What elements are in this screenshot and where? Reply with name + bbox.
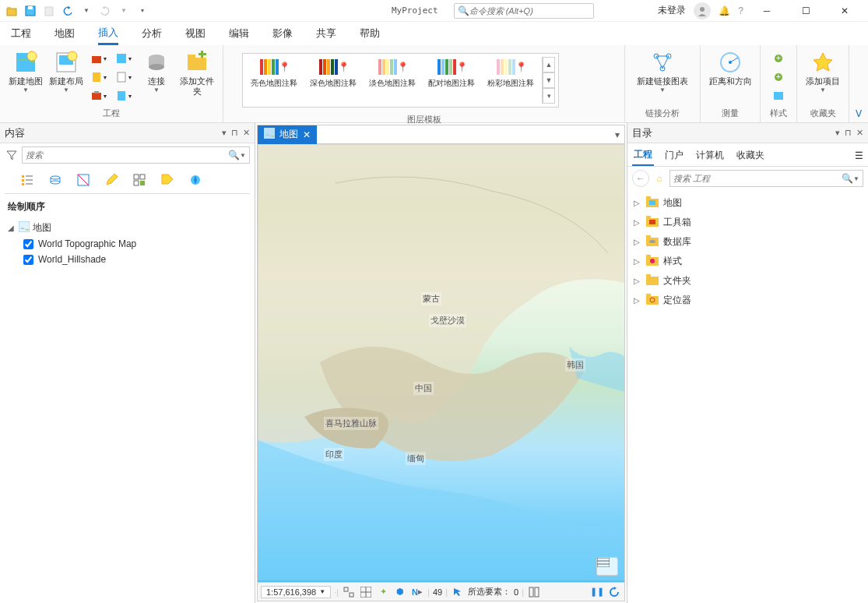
list-by-perspective-icon[interactable] <box>187 171 204 189</box>
tab-imagery[interactable]: 影像 <box>272 23 293 44</box>
home-icon[interactable]: ⌂ <box>652 173 666 184</box>
collapse-icon[interactable]: ◢ <box>8 224 16 232</box>
catalog-menu-icon[interactable]: ☰ <box>855 150 863 161</box>
task-small-button[interactable]: ▼ <box>89 87 109 104</box>
layer-item-hillshade[interactable]: World_Hillshade <box>23 252 247 267</box>
search-icon[interactable]: 🔍 <box>842 173 853 184</box>
catalog-item-toolboxes[interactable]: ▷工具箱 <box>632 213 863 232</box>
filter-icon[interactable] <box>5 148 19 162</box>
qat-open-icon[interactable] <box>5 4 19 18</box>
panel-options-icon[interactable]: ▾ <box>222 128 227 138</box>
list-by-source-icon[interactable] <box>47 171 64 189</box>
new-link-chart-button[interactable]: 新建链接图表 ▼ <box>631 48 694 95</box>
command-search-box[interactable]: 🔍 <box>454 3 594 19</box>
list-by-drawing-order-icon[interactable] <box>19 171 36 189</box>
tab-share[interactable]: 共享 <box>316 23 336 44</box>
add-folder-button[interactable]: 添加文件夹 <box>177 48 216 98</box>
panel-close-icon[interactable]: ✕ <box>856 128 863 138</box>
qat-redo-icon[interactable] <box>98 4 112 18</box>
gallery-scroll-down[interactable]: ▼ <box>543 72 555 88</box>
panel-pin-icon[interactable]: ⊓ <box>845 128 852 138</box>
basemap-button[interactable] <box>596 557 618 576</box>
catalog-tab-computer[interactable]: 计算机 <box>694 146 726 165</box>
snapping-icon[interactable] <box>342 585 356 599</box>
catalog-item-maps[interactable]: ▷地图 <box>632 193 863 213</box>
qat-redo-dropdown[interactable]: ▼ <box>117 4 131 18</box>
import-small-button[interactable]: ▼ <box>114 50 134 67</box>
catalog-item-folders[interactable]: ▷文件夹 <box>632 271 863 291</box>
qat-save-icon[interactable] <box>23 4 37 18</box>
help-icon[interactable]: ? <box>738 5 743 16</box>
new-layout-button[interactable]: 新建布局 ▼ <box>47 48 86 95</box>
tree-root-map[interactable]: ◢ 地图 <box>8 220 247 236</box>
constraint-icon[interactable]: ⬢ <box>393 585 407 599</box>
maximize-button[interactable]: ☐ <box>790 0 821 22</box>
tab-view[interactable]: 视图 <box>185 23 206 44</box>
list-by-editing-icon[interactable] <box>103 171 120 189</box>
tab-insert[interactable]: 插入 <box>98 23 118 45</box>
style-add-button[interactable]: + <box>768 50 789 67</box>
distance-direction-button[interactable]: 距离和方向 <box>707 48 754 88</box>
expand-icon[interactable]: ▷ <box>634 257 641 266</box>
layer-checkbox-topo[interactable] <box>23 239 33 249</box>
map-tab-close-icon[interactable]: ✕ <box>303 129 311 140</box>
list-by-snapping-icon[interactable] <box>131 171 148 189</box>
qat-undo-dropdown[interactable]: ▼ <box>79 4 93 18</box>
pause-drawing-icon[interactable]: ❚❚ <box>590 585 604 599</box>
catalog-view-icon[interactable] <box>527 585 541 599</box>
tab-project[interactable]: 工程 <box>11 23 31 44</box>
gallery-item-light[interactable]: 📍 淡色地图注释 <box>364 57 420 104</box>
list-by-labeling-icon[interactable] <box>159 171 176 189</box>
connections-button[interactable]: 连接 ▼ <box>137 48 176 95</box>
panel-options-icon[interactable]: ▾ <box>835 128 840 138</box>
tab-map[interactable]: 地图 <box>54 23 75 44</box>
login-status[interactable]: 未登录 <box>658 4 686 17</box>
catalog-item-locators[interactable]: ▷定位器 <box>632 291 863 310</box>
style-import-button[interactable]: + <box>768 69 789 86</box>
catalog-tab-favorites[interactable]: 收藏夹 <box>735 146 766 165</box>
panel-pin-icon[interactable]: ⊓ <box>231 128 238 138</box>
scale-input[interactable]: 1:57,616,398 ▼ <box>261 586 331 598</box>
expand-icon[interactable]: ▷ <box>634 296 641 305</box>
layer-item-topo[interactable]: World Topographic Map <box>23 236 247 252</box>
refresh-icon[interactable] <box>607 585 621 599</box>
gallery-item-pastel[interactable]: 📍 粉彩地图注释 <box>483 57 539 104</box>
inference-icon[interactable]: N▸ <box>410 585 424 599</box>
expand-icon[interactable]: ▷ <box>634 218 641 227</box>
content-search-input[interactable] <box>26 150 228 160</box>
qat-customize-dropdown[interactable]: ▾ <box>135 4 149 18</box>
map-tab[interactable]: 地图 ✕ <box>258 125 317 144</box>
close-button[interactable]: ✕ <box>829 0 860 22</box>
gallery-item-dark[interactable]: 📍 深色地图注释 <box>305 57 361 104</box>
search-icon[interactable]: 🔍 <box>228 150 240 160</box>
layer-checkbox-hillshade[interactable] <box>23 255 33 265</box>
toolbox-small-button[interactable]: ▼ <box>89 50 109 67</box>
new-map-button[interactable]: 新建地图 ▼ <box>6 48 45 95</box>
map-canvas[interactable]: 蒙古 戈壁沙漠 中国 喜马拉雅山脉 印度 缅甸 韩国 <box>258 144 624 582</box>
qat-undo-icon[interactable] <box>61 4 75 18</box>
gallery-expand[interactable]: ▾ <box>543 88 555 104</box>
search-dropdown-icon[interactable]: ▼ <box>853 175 859 182</box>
add-item-button[interactable]: 添加项目 ▼ <box>803 48 842 95</box>
nav-back-icon[interactable]: ← <box>632 170 649 187</box>
grid-icon[interactable] <box>359 585 373 599</box>
catalog-item-databases[interactable]: ▷数据库 <box>632 232 863 252</box>
tab-edit[interactable]: 编辑 <box>229 23 249 44</box>
gallery-item-bright[interactable]: 📍 亮色地图注释 <box>246 57 302 104</box>
search-dropdown-icon[interactable]: ▼ <box>240 152 246 159</box>
gallery-scroll-up[interactable]: ▲ <box>543 57 555 72</box>
ribbon-collapse-button[interactable]: ᐯ <box>849 45 868 122</box>
command-search-input[interactable] <box>469 6 590 16</box>
qat-paste-icon[interactable] <box>42 4 56 18</box>
report-small-button[interactable]: ▼ <box>114 69 134 86</box>
minimize-button[interactable]: ─ <box>751 0 782 22</box>
notification-icon[interactable]: 🔔 <box>719 5 730 16</box>
expand-icon[interactable]: ▷ <box>634 238 641 246</box>
map-tabs-dropdown[interactable]: ▾ <box>610 129 624 140</box>
style-new-button[interactable] <box>768 87 789 104</box>
catalog-tab-project[interactable]: 工程 <box>632 145 654 166</box>
catalog-item-styles[interactable]: ▷样式 <box>632 252 863 271</box>
expand-icon[interactable]: ▷ <box>634 199 641 207</box>
scale-dropdown-icon[interactable]: ▼ <box>319 588 325 595</box>
list-by-selection-icon[interactable] <box>75 171 92 189</box>
